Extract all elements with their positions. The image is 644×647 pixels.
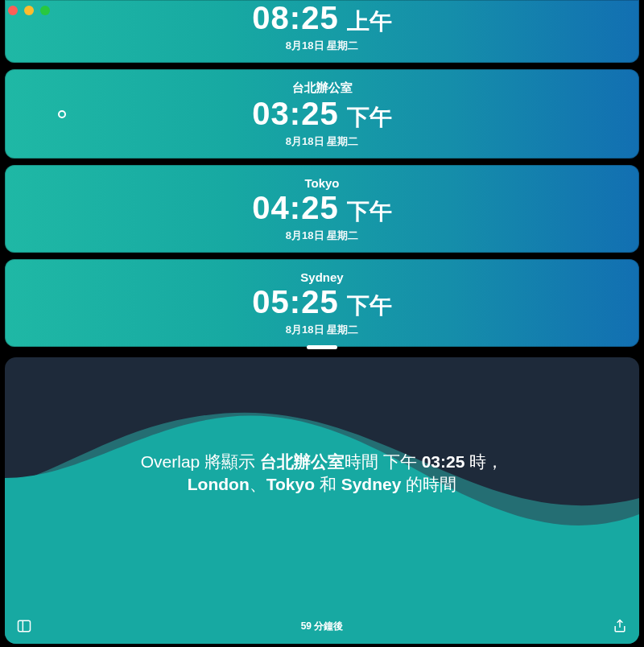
svg-rect-0: [19, 620, 31, 631]
clock-time: 08:25: [252, 0, 338, 36]
clock-label: Tokyo: [5, 176, 639, 190]
clock-date: 8月18日 星期二: [5, 229, 639, 243]
window-controls: [8, 6, 50, 15]
clock-ampm: 下午: [347, 196, 392, 227]
clock-ampm: 下午: [347, 291, 392, 321]
clock-card[interactable]: 08:25 上午 8月18日 星期二: [5, 0, 639, 63]
share-icon: [612, 618, 628, 634]
clock-ampm: 下午: [347, 102, 392, 133]
sidebar-icon: [16, 618, 32, 634]
clock-date: 8月18日 星期二: [5, 323, 639, 337]
clock-date: 8月18日 星期二: [5, 134, 639, 149]
clock-card[interactable]: Sydney 05:25 下午 8月18日 星期二: [5, 259, 639, 347]
clock-time: 05:25: [252, 284, 338, 320]
bottom-toolbar: 59 分鐘後: [5, 616, 639, 636]
overlap-description: Overlap 將顯示 台北辦公室時間 下午 03:25 時，London、To…: [5, 451, 639, 497]
clock-time: 03:25: [252, 96, 338, 132]
close-window-button[interactable]: [8, 6, 18, 15]
share-button[interactable]: [610, 616, 630, 636]
sidebar-toggle-button[interactable]: [14, 616, 34, 636]
countdown-label: 59 分鐘後: [301, 620, 344, 633]
clock-label: Sydney: [5, 270, 639, 284]
clock-date: 8月18日 星期二: [5, 39, 639, 53]
zoom-window-button[interactable]: [40, 6, 50, 15]
clock-card-list: 08:25 上午 8月18日 星期二 台北辦公室 03:25 下午 8月18日 …: [5, 0, 639, 347]
clock-card[interactable]: 台北辦公室 03:25 下午 8月18日 星期二: [5, 69, 639, 159]
minimize-window-button[interactable]: [24, 6, 34, 15]
clock-time: 04:25: [252, 190, 338, 226]
current-location-indicator-icon: [58, 110, 66, 118]
clock-ampm: 上午: [347, 6, 392, 37]
clock-card[interactable]: Tokyo 04:25 下午 8月18日 星期二: [5, 165, 639, 253]
overlap-panel: Overlap 將顯示 台北辦公室時間 下午 03:25 時，London、To…: [5, 357, 639, 644]
panel-drag-handle[interactable]: [307, 345, 337, 349]
wave-illustration: [5, 357, 639, 644]
clock-label: 台北辦公室: [5, 80, 639, 96]
